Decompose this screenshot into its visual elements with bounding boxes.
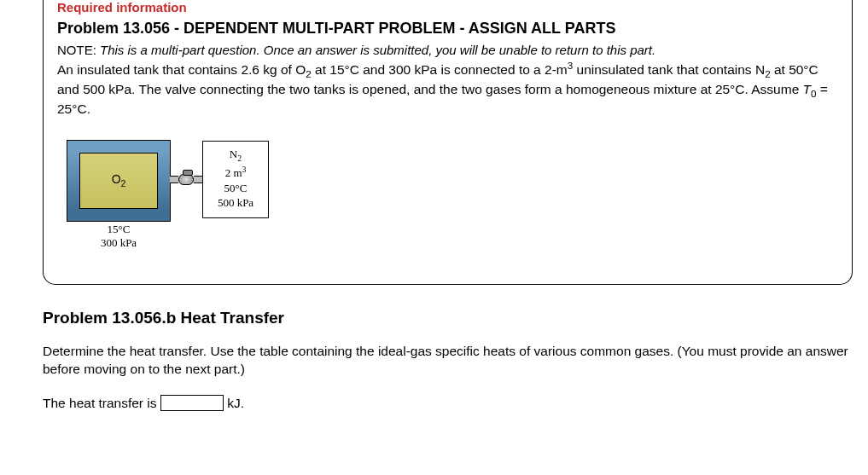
tank2-press: 500 kPa: [207, 195, 265, 211]
tank1-temp: 15°C: [67, 223, 170, 236]
answer-line: The heat transfer is kJ.: [43, 395, 853, 411]
tank1-press: 300 kPa: [67, 236, 170, 250]
tank2: N2 2 m3 50°C 500 kPa: [202, 141, 269, 218]
required-info-label: Required information: [57, 0, 838, 14]
answer-unit: kJ.: [224, 396, 244, 410]
subproblem-body: Determine the heat transfer. Use the tab…: [43, 343, 853, 379]
problem-body: An insulated tank that contains 2.6 kg o…: [57, 59, 838, 119]
tank1: O2: [79, 153, 158, 209]
subproblem-title: Problem 13.056.b Heat Transfer: [43, 309, 853, 327]
tank2-temp: 50°C: [207, 181, 265, 196]
tank1-labels: 15°C 300 kPa: [67, 223, 170, 250]
body-seg2: at 15°C and 300 kPa is connected to a 2-…: [312, 62, 568, 77]
valve-assembly: [170, 174, 202, 185]
subproblem-block: Problem 13.056.b Heat Transfer Determine…: [43, 309, 853, 412]
tank1-gas: O2: [112, 172, 126, 188]
problem-title: Problem 13.056 - DEPENDENT MULTI-PART PR…: [57, 20, 838, 38]
note-label: NOTE:: [57, 43, 96, 57]
pipe-left: [170, 176, 178, 183]
note-text: This is a multi-part question. Once an a…: [100, 43, 655, 57]
tank2-gas: N2: [207, 147, 265, 164]
body-seg3: uninsulated tank that contains N: [573, 62, 765, 77]
answer-label: The heat transfer is: [43, 396, 160, 410]
tank1-insulation: O2: [67, 141, 170, 221]
body-seg1: An insulated tank that contains 2.6 kg o…: [57, 62, 306, 77]
tank1-group: O2 15°C 300 kPa: [67, 141, 170, 250]
body-tvar: T: [803, 82, 811, 96]
heat-transfer-input[interactable]: [160, 395, 224, 411]
tank2-vol: 2 m3: [207, 164, 265, 181]
tank-diagram: O2 15°C 300 kPa N2 2 m3 50°C 500 kPa: [67, 141, 838, 250]
valve-icon: [178, 174, 194, 185]
problem-block: Required information Problem 13.056 - DE…: [43, 0, 853, 285]
pipe-right: [194, 176, 202, 183]
note-line: NOTE: This is a multi-part question. Onc…: [57, 43, 838, 57]
